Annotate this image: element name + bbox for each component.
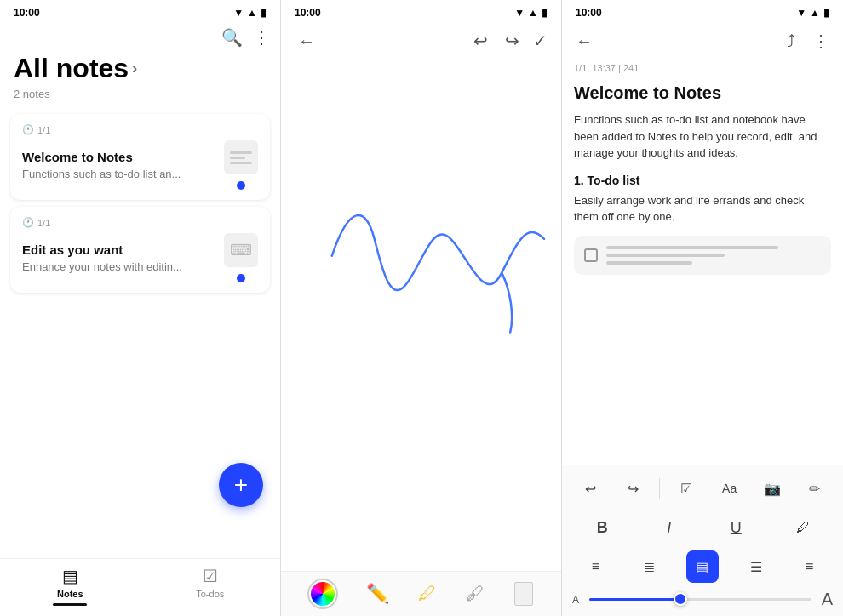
more-icon[interactable]: ⋮ xyxy=(253,27,270,48)
section1-body: Easily arrange work and life errands and… xyxy=(574,192,831,225)
status-bar-left: 10:00 ▼ ▲ ▮ xyxy=(0,0,280,22)
toolbar-row-3: ≡ ≣ ▤ ☰ ≡ xyxy=(562,547,843,586)
right-header: ← ⤴ ⋮ xyxy=(562,22,843,60)
battery-icon: ▮ xyxy=(261,7,267,19)
battery-icon-mid: ▮ xyxy=(542,7,548,19)
note-meta-1: 🕐 1/1 xyxy=(22,124,258,135)
underline-button[interactable]: U xyxy=(720,511,752,544)
back-button-right[interactable]: ← xyxy=(572,28,596,54)
note-content: Welcome to Notes Functions such as to-do… xyxy=(562,80,843,465)
nav-label-todos: To-dos xyxy=(196,589,224,599)
panel-mid: 10:00 ▼ ▲ ▮ ← ↩ ↪ ✓ ✏️ 🖊 xyxy=(281,0,562,616)
pencil-icon: ✏️ xyxy=(366,583,389,605)
more-button-right[interactable]: ⋮ xyxy=(809,27,833,54)
font-size-large: A xyxy=(822,590,833,609)
bottom-nav: ▤ Notes ☑ To-dos xyxy=(0,558,280,616)
font-size-small: A xyxy=(572,594,579,606)
draw-btn[interactable]: ✏ xyxy=(799,472,831,505)
redo-button[interactable]: ↪ xyxy=(502,27,523,54)
preview-lines xyxy=(606,246,821,265)
nav-label-notes: Notes xyxy=(57,589,83,599)
back-button[interactable]: ← xyxy=(295,28,318,54)
notes-nav-icon: ▤ xyxy=(62,566,78,586)
marker-icon: 🖊 xyxy=(418,583,437,605)
divider-1 xyxy=(659,478,660,499)
align-right-btn[interactable]: ≡ xyxy=(794,550,826,583)
note-card-2[interactable]: 🕐 1/1 Edit as you want Enhance your note… xyxy=(10,207,270,293)
drawing-canvas[interactable] xyxy=(281,60,561,571)
notes-count: 2 notes xyxy=(0,88,280,114)
section1-title: 1. To-do list xyxy=(574,174,831,187)
nav-item-todos[interactable]: ☑ To-dos xyxy=(140,566,281,606)
all-notes-title: All notes › xyxy=(0,53,280,88)
right-header-left: ← xyxy=(572,28,596,54)
pencil-tool[interactable]: ✏️ xyxy=(366,583,389,605)
status-time-left: 10:00 xyxy=(14,7,40,19)
font-btn[interactable]: Aa xyxy=(714,472,746,505)
toolbar-row-1: ↩ ↪ ☑ Aa 📷 ✏ xyxy=(562,469,843,508)
add-note-fab[interactable]: + xyxy=(219,463,263,507)
camera-btn[interactable]: 📷 xyxy=(756,472,789,505)
panel-right: 10:00 ▼ ▲ ▮ ← ⤴ ⋮ 1/1, 13:37 | 241 Welco… xyxy=(562,0,843,616)
nav-active-bar xyxy=(53,603,87,606)
italic-button[interactable]: I xyxy=(653,511,685,544)
editor-toolbar: ↩ ↪ ☑ Aa 📷 ✏ B I U 🖊 ≡ ≣ ▤ ☰ ≡ A xyxy=(562,465,843,616)
note-card-1[interactable]: 🕐 1/1 Welcome to Notes Functions such as… xyxy=(10,114,270,200)
checklist-btn[interactable]: ☑ xyxy=(670,472,702,505)
thumb-lines-1 xyxy=(225,146,257,169)
undo-button[interactable]: ↩ xyxy=(470,27,491,54)
bold-button[interactable]: B xyxy=(586,511,618,544)
eraser-block xyxy=(514,582,533,606)
fab-area: + xyxy=(0,293,280,558)
drawing-svg xyxy=(281,60,561,571)
signal-icon: ▲ xyxy=(247,7,257,19)
wifi-icon-mid: ▼ xyxy=(514,7,525,19)
align-center-btn[interactable]: ☰ xyxy=(740,550,772,583)
note-meta-2: 🕐 1/1 xyxy=(22,217,258,228)
note-thumb-1 xyxy=(224,140,258,174)
blue-dot-1 xyxy=(237,181,245,190)
unordered-list-btn[interactable]: ≣ xyxy=(633,550,665,583)
slider-thumb[interactable] xyxy=(674,592,687,606)
note-meta-bar: 1/1, 13:37 | 241 xyxy=(562,60,843,80)
color-circle xyxy=(309,580,336,607)
share-button[interactable]: ⤴ xyxy=(783,28,799,54)
slider-fill xyxy=(589,598,678,601)
font-size-slider[interactable] xyxy=(589,598,811,601)
wifi-icon-right: ▼ xyxy=(796,7,806,19)
pen-tool[interactable]: 🖋 xyxy=(466,583,485,605)
todos-nav-icon: ☑ xyxy=(203,566,218,586)
clock-icon-2: 🕐 xyxy=(22,217,34,228)
eraser-tool[interactable] xyxy=(514,582,533,606)
note-preview-box xyxy=(574,236,831,275)
align-left-btn[interactable]: ▤ xyxy=(686,550,719,583)
nav-item-notes[interactable]: ▤ Notes xyxy=(0,566,140,606)
pen-icon: 🖋 xyxy=(466,583,485,605)
left-header: 🔍 ⋮ xyxy=(0,22,280,53)
redo-btn[interactable]: ↪ xyxy=(616,472,649,505)
ordered-list-btn[interactable]: ≡ xyxy=(579,550,611,583)
note-body: Functions such as to-do list and noteboo… xyxy=(574,111,831,162)
status-icons-left: ▼ ▲ ▮ xyxy=(233,7,267,19)
drawing-tools-bar: ✏️ 🖊 🖋 xyxy=(281,571,561,616)
clock-icon-1: 🕐 xyxy=(22,124,34,135)
color-picker-tool[interactable] xyxy=(309,580,336,607)
marker-tool[interactable]: 🖊 xyxy=(418,583,437,605)
status-icons-mid: ▼ ▲ ▮ xyxy=(514,7,548,19)
toolbar-row-2: B I U 🖊 xyxy=(562,508,843,547)
mid-header-left: ← xyxy=(295,28,318,54)
mid-header-right: ↩ ↪ ✓ xyxy=(470,27,548,54)
undo-btn[interactable]: ↩ xyxy=(574,472,606,505)
highlight-button[interactable]: 🖊 xyxy=(787,511,819,544)
status-icons-right: ▼ ▲ ▮ xyxy=(796,7,829,19)
note-title: Welcome to Notes xyxy=(574,83,831,103)
battery-icon-right: ▮ xyxy=(823,7,829,19)
note-card-text-1: Welcome to Notes Functions such as to-do… xyxy=(22,150,181,180)
status-time-right: 10:00 xyxy=(576,7,602,19)
search-icon[interactable]: 🔍 xyxy=(221,27,243,48)
confirm-button[interactable]: ✓ xyxy=(533,31,548,51)
signal-icon-right: ▲ xyxy=(810,7,820,19)
chevron-down-icon[interactable]: › xyxy=(132,60,137,77)
note-card-inner-1: Welcome to Notes Functions such as to-do… xyxy=(22,140,258,190)
mid-header: ← ↩ ↪ ✓ xyxy=(281,22,561,60)
